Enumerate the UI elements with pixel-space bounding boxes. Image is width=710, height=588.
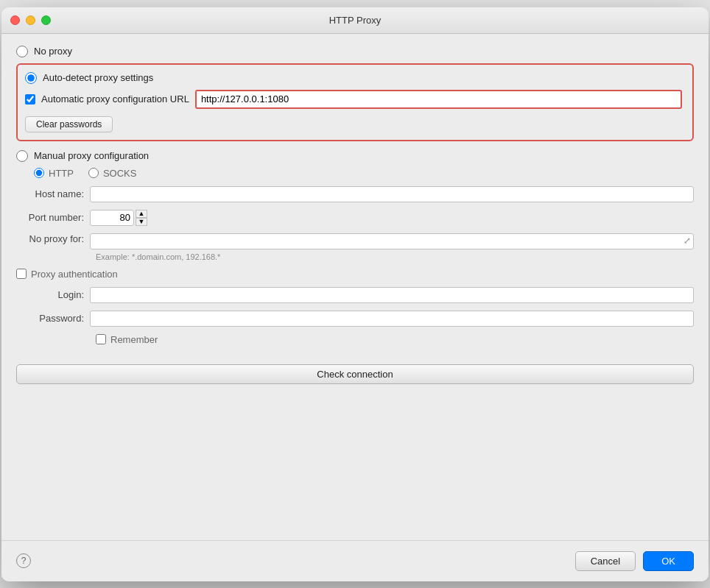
auto-proxy-config-label: Automatic proxy configuration URL [41,93,189,105]
port-number-label: Port number: [16,212,90,223]
login-row: Login: [16,287,694,303]
expand-icon: ⤢ [683,235,691,246]
proxy-url-input[interactable] [195,90,682,109]
ok-button[interactable]: OK [643,551,694,571]
host-name-label: Host name: [16,188,90,199]
protocol-row: HTTP SOCKS [34,168,694,179]
remember-checkbox[interactable] [96,334,106,344]
no-proxy-for-input[interactable] [90,233,694,249]
password-row: Password: [16,311,694,327]
no-proxy-for-label: No proxy for: [16,233,90,244]
no-proxy-label: No proxy [34,46,72,57]
minimize-button[interactable] [26,15,35,25]
clear-passwords-button[interactable]: Clear passwords [25,116,113,132]
remember-label: Remember [110,334,158,345]
maximize-button[interactable] [41,15,51,25]
bottom-bar: ? Cancel OK [1,540,709,581]
http-option[interactable]: HTTP [34,168,74,179]
http-label: HTTP [49,168,74,179]
window-title: HTTP Proxy [329,15,382,26]
content-area: No proxy Auto-detect proxy settings Auto… [1,34,709,540]
no-proxy-input-wrap: ⤢ [90,233,694,249]
proxy-auth-label: Proxy authentication [31,269,118,280]
no-proxy-for-row: No proxy for: ⤢ [16,233,694,249]
port-number-input[interactable] [90,210,134,226]
auto-proxy-config-row: Automatic proxy configuration URL [25,90,682,109]
auto-detect-section: Auto-detect proxy settings Automatic pro… [16,63,694,141]
port-decrement-button[interactable]: ▼ [136,218,147,226]
proxy-auth-row[interactable]: Proxy authentication [16,269,694,280]
socks-radio[interactable] [88,168,99,178]
help-icon[interactable]: ? [16,553,31,568]
no-proxy-option[interactable]: No proxy [16,46,694,57]
auto-proxy-config-checkbox[interactable] [25,94,35,105]
host-name-row: Host name: [16,186,694,202]
password-label: Password: [16,313,90,324]
remember-row[interactable]: Remember [96,334,694,345]
host-name-input[interactable] [90,186,694,202]
port-number-row: Port number: ▲ ▼ [16,210,694,226]
proxy-auth-checkbox[interactable] [16,269,27,279]
titlebar-buttons [10,15,51,25]
manual-proxy-section: Manual proxy configuration HTTP SOCKS Ho… [16,150,694,355]
example-text: Example: *.domain.com, 192.168.* [96,252,694,261]
auto-detect-radio[interactable] [25,72,37,84]
auto-detect-label: Auto-detect proxy settings [43,72,153,83]
http-radio[interactable] [34,168,44,178]
password-input[interactable] [90,311,694,327]
cancel-button[interactable]: Cancel [575,551,636,571]
titlebar: HTTP Proxy [1,7,709,34]
socks-label: SOCKS [103,168,137,179]
check-connection-button[interactable]: Check connection [16,364,694,384]
socks-option[interactable]: SOCKS [88,168,137,179]
login-input[interactable] [90,287,694,303]
manual-proxy-option[interactable]: Manual proxy configuration [16,150,694,162]
close-button[interactable] [10,15,20,25]
bottom-buttons: Cancel OK [575,551,694,571]
no-proxy-radio[interactable] [16,46,28,57]
login-label: Login: [16,289,90,300]
auto-detect-option[interactable]: Auto-detect proxy settings [25,72,682,84]
port-increment-button[interactable]: ▲ [136,210,147,218]
window: HTTP Proxy No proxy Auto-detect proxy se… [1,7,709,581]
manual-proxy-label: Manual proxy configuration [34,150,149,161]
manual-proxy-radio[interactable] [16,150,28,162]
port-stepper: ▲ ▼ [136,210,147,226]
